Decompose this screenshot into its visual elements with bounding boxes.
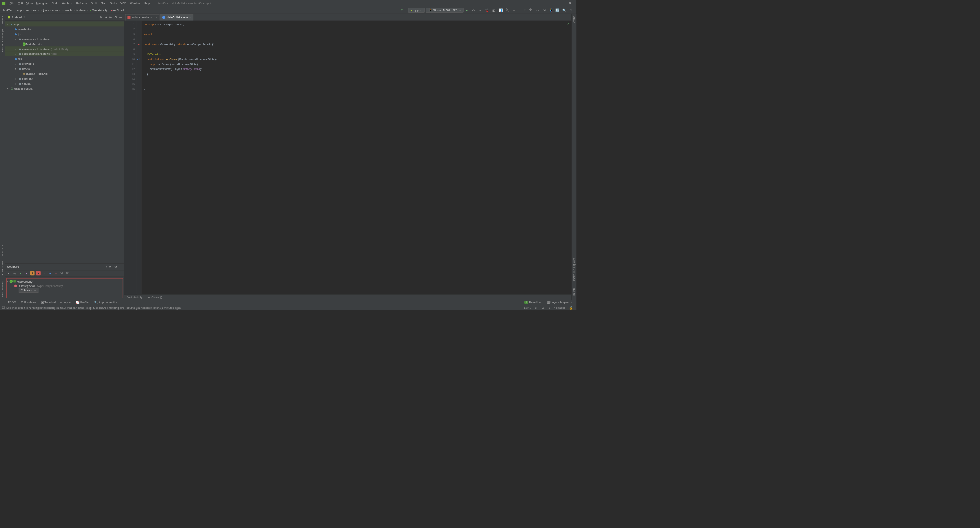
- tree-row[interactable]: ▸🖿com.example.testone(test): [5, 51, 124, 56]
- menu-vcs[interactable]: VCS: [118, 2, 128, 5]
- maximize-button[interactable]: ☐: [557, 0, 566, 7]
- menu-help[interactable]: Help: [142, 2, 152, 5]
- menu-file[interactable]: File: [8, 2, 16, 5]
- hide-icon[interactable]: ─: [119, 265, 122, 268]
- crumb-app[interactable]: app: [16, 8, 23, 12]
- rail-gradle[interactable]: Gradle: [572, 14, 576, 26]
- inspection-ok-icon[interactable]: ✔: [567, 22, 569, 26]
- crumb-com[interactable]: com: [51, 8, 59, 12]
- tree-row[interactable]: ▸⚙Gradle Scripts: [5, 86, 124, 91]
- menu-analyze[interactable]: Analyze: [60, 2, 74, 5]
- menu-refactor[interactable]: Refactor: [74, 2, 89, 5]
- settings-icon[interactable]: ⚙: [568, 7, 574, 13]
- collapse-all-icon[interactable]: ⇤: [109, 15, 112, 19]
- crumb-main[interactable]: main: [32, 8, 41, 12]
- crumb-project[interactable]: testOne: [2, 8, 15, 12]
- show-non-public-icon[interactable]: ■: [36, 271, 41, 276]
- tree-row[interactable]: ▸🖿mipmap: [5, 76, 124, 81]
- bottom-event-log[interactable]: 1 Event Log: [522, 301, 545, 304]
- apply-changes-icon[interactable]: ⟳: [471, 7, 477, 13]
- autoscroll-source-icon[interactable]: ⇲: [59, 271, 64, 276]
- crumb-java[interactable]: java: [42, 8, 50, 12]
- crumb-example[interactable]: example: [60, 8, 74, 12]
- gear-icon[interactable]: ⚙: [114, 15, 118, 19]
- run-config-selector[interactable]: ▸app▼: [408, 8, 425, 13]
- locate-icon[interactable]: ⊕: [100, 15, 102, 19]
- code-content[interactable]: package com.example.testone; import ... …: [141, 21, 571, 294]
- stop-icon[interactable]: ■: [511, 7, 517, 13]
- profiler-icon[interactable]: 📊: [498, 7, 503, 13]
- tree-row[interactable]: ▸🖿values: [5, 81, 124, 86]
- bottom-logcat[interactable]: ≡ Logcat: [58, 301, 74, 304]
- bottom-app-inspection[interactable]: 🔍 App Inspection: [92, 301, 120, 304]
- collapse-icon[interactable]: ⇤: [109, 265, 112, 268]
- rail-resource-manager[interactable]: Resource Manager: [0, 27, 5, 54]
- rail-build-variants[interactable]: Build Variants: [0, 279, 5, 300]
- sdk-icon[interactable]: ⇲: [541, 7, 547, 13]
- show-methods-icon[interactable]: ●: [54, 271, 58, 276]
- tree-row[interactable]: ▾🖿res: [5, 56, 124, 61]
- project-tree[interactable]: ▾▪app▸🖿manifests▾🖿java▾🖿com.example.test…: [5, 21, 124, 263]
- attach-debugger-icon[interactable]: 🔌: [505, 7, 510, 13]
- indent-info[interactable]: 4 spaces: [552, 306, 567, 310]
- menu-code[interactable]: Code: [50, 2, 60, 5]
- git-icon[interactable]: ⎇: [521, 7, 527, 13]
- show-properties-icon[interactable]: ●: [24, 271, 29, 276]
- menu-window[interactable]: Window: [128, 2, 142, 5]
- tree-row[interactable]: ▾🖿com.example.testone: [5, 36, 124, 41]
- menu-edit[interactable]: Edit: [16, 2, 25, 5]
- tab-activity-main[interactable]: activity_main.xml×: [125, 14, 159, 20]
- autoscroll-from-icon[interactable]: ⇱: [65, 271, 70, 276]
- override-gutter-icon[interactable]: o↑: [137, 57, 141, 62]
- expand-all-icon[interactable]: ⇥: [105, 15, 107, 19]
- device-manager-icon[interactable]: 📱: [548, 7, 554, 13]
- debug-icon[interactable]: 🐞: [484, 7, 490, 13]
- rail-device-file-explorer[interactable]: Device File Explorer: [572, 256, 576, 284]
- coverage-icon[interactable]: ◧: [491, 7, 497, 13]
- close-icon[interactable]: ×: [155, 16, 157, 19]
- hide-icon[interactable]: ─: [119, 15, 122, 19]
- apply-code-icon[interactable]: ≡: [477, 7, 483, 13]
- show-inherited-icon[interactable]: f: [30, 271, 35, 276]
- readonly-icon[interactable]: 🔓: [567, 306, 575, 310]
- sort-alpha-icon[interactable]: a↓: [7, 271, 11, 276]
- menu-build[interactable]: Build: [89, 2, 99, 5]
- search-icon[interactable]: 🔍: [561, 7, 567, 13]
- line-gutter[interactable]: 123678910111213141516: [124, 21, 137, 294]
- device-selector[interactable]: 📱Xiaomi M2011K2C▼: [426, 8, 463, 13]
- expand-icon[interactable]: ⇥: [105, 265, 107, 268]
- close-icon[interactable]: ×: [189, 16, 191, 19]
- rail-emulator[interactable]: Emulator: [572, 284, 576, 300]
- file-encoding[interactable]: UTF-8: [540, 306, 552, 310]
- run-icon[interactable]: ▶: [464, 7, 470, 13]
- structure-class-row[interactable]: ▾ c MainActivity: [7, 279, 121, 284]
- crumb-src[interactable]: src: [24, 8, 31, 12]
- rail-project[interactable]: Project: [0, 14, 5, 27]
- tab-mainactivity[interactable]: MainActivity.java×: [160, 14, 193, 20]
- bottom-profiler[interactable]: 📈 Profiler: [74, 301, 92, 304]
- crumb-class[interactable]: MainActivity: [127, 295, 143, 299]
- tree-row[interactable]: ◈activity_main.xml: [5, 71, 124, 76]
- minimize-button[interactable]: ─: [547, 0, 557, 7]
- sort-visibility-icon[interactable]: v↓: [13, 271, 17, 276]
- bottom-problems[interactable]: ⊘ Problems: [18, 301, 39, 304]
- bottom-layout-inspector[interactable]: ▦ Layout Inspector: [545, 301, 575, 304]
- crumb-class[interactable]: MainActivity: [88, 8, 109, 12]
- crumb-method[interactable]: onCreate: [110, 8, 127, 12]
- crumb-method[interactable]: onCreate(): [148, 295, 162, 299]
- status-message[interactable]: ☐ App Inspection is running in the backg…: [2, 306, 522, 310]
- crumb-testone[interactable]: testone: [75, 8, 87, 12]
- tree-row[interactable]: ▸🖿com.example.testone(androidTest): [5, 46, 124, 51]
- caret-position[interactable]: 12:48: [522, 306, 533, 310]
- sync-icon[interactable]: 🔄: [555, 7, 560, 13]
- menu-run[interactable]: Run: [99, 2, 108, 5]
- tree-row[interactable]: cMainActivity: [5, 41, 124, 46]
- show-anonymous-icon[interactable]: λ: [42, 271, 46, 276]
- line-separator[interactable]: LF: [533, 306, 540, 310]
- run-gutter-icon[interactable]: ▸: [137, 42, 141, 47]
- show-fields-icon[interactable]: ●: [18, 271, 23, 276]
- hammer-icon[interactable]: ⚒: [399, 7, 405, 13]
- gear-icon[interactable]: ⚙: [114, 265, 118, 268]
- bottom-terminal[interactable]: ▣ Terminal: [39, 301, 58, 304]
- bottom-todo[interactable]: ☰ TODO: [2, 301, 18, 304]
